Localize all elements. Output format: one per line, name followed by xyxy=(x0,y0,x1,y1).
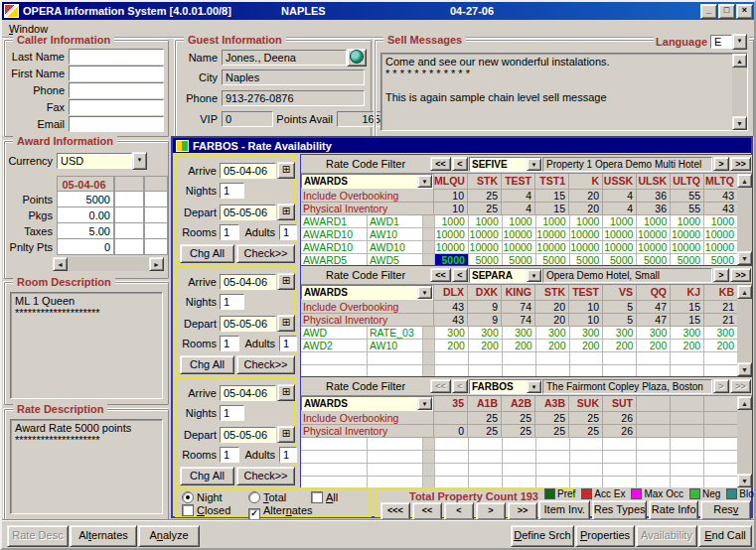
availability-cell[interactable] xyxy=(602,477,636,487)
nights-input[interactable] xyxy=(220,183,244,199)
availability-cell[interactable] xyxy=(670,451,703,464)
availability-cell[interactable]: 10000 xyxy=(670,228,703,241)
availability-cell[interactable]: 10000 xyxy=(434,228,468,241)
property-code-select[interactable]: SEFIVE▼ xyxy=(469,157,542,172)
depart-input[interactable] xyxy=(220,427,276,443)
page-prev-button[interactable]: < xyxy=(452,268,468,282)
last-name-input[interactable] xyxy=(69,49,164,65)
fax-input[interactable] xyxy=(69,99,164,115)
vertical-scrollbar[interactable]: ▲▼ xyxy=(737,396,752,487)
availability-cell[interactable]: 300 xyxy=(569,327,603,340)
availability-cell[interactable]: 10000 xyxy=(468,241,502,254)
rate-code-cell[interactable]: AWARD5 xyxy=(301,254,367,265)
dropdown-icon[interactable]: ▼ xyxy=(527,380,541,393)
availability-cell[interactable] xyxy=(535,352,569,365)
availability-cell[interactable] xyxy=(502,438,535,451)
availability-cell[interactable] xyxy=(670,438,703,451)
check-button[interactable]: Check>> xyxy=(236,467,295,485)
availability-cell[interactable] xyxy=(670,464,703,477)
availability-cell[interactable] xyxy=(502,451,535,464)
availability-cell[interactable] xyxy=(434,365,468,376)
availability-cell[interactable] xyxy=(602,365,636,376)
dropdown-icon[interactable]: ▼ xyxy=(417,286,432,299)
chg-all-button[interactable]: Chg All xyxy=(180,355,234,374)
room-code-cell[interactable]: AWD10 xyxy=(367,241,422,254)
phone-input[interactable] xyxy=(69,82,164,98)
availability-cell[interactable] xyxy=(670,365,703,376)
availability-cell[interactable] xyxy=(569,365,603,376)
dropdown-icon[interactable]: ▼ xyxy=(417,175,432,188)
availability-cell[interactable]: 300 xyxy=(636,327,670,340)
res-types-button[interactable]: Res Types xyxy=(592,500,646,520)
availability-cell[interactable]: 10000 xyxy=(535,228,569,241)
availability-cell[interactable]: 200 xyxy=(468,340,502,352)
availability-cell[interactable]: 300 xyxy=(535,327,569,340)
availability-cell[interactable]: 200 xyxy=(434,340,468,352)
scroll-down-icon[interactable]: ▼ xyxy=(737,251,752,265)
alternates-checkbox[interactable]: ✓ xyxy=(248,508,260,520)
dropdown-icon[interactable]: ▼ xyxy=(527,158,541,171)
globe-button[interactable] xyxy=(347,49,367,67)
page-next-button[interactable]: > xyxy=(713,268,729,282)
rate-info-button[interactable]: Rate Info xyxy=(649,500,699,520)
close-button[interactable]: × xyxy=(736,4,753,19)
availability-cell[interactable]: 300 xyxy=(468,327,502,340)
page-next-button[interactable]: > xyxy=(713,157,729,171)
availability-cell[interactable] xyxy=(703,365,737,376)
nav-next-button[interactable]: > xyxy=(476,502,506,520)
chg-all-button[interactable]: Chg All xyxy=(180,244,234,263)
availability-cell[interactable] xyxy=(434,438,468,451)
availability-cell[interactable]: 5000 xyxy=(434,254,468,265)
currency-dropdown-button[interactable]: ▼ xyxy=(132,152,147,170)
availability-cell[interactable]: 300 xyxy=(703,327,737,340)
guest-city-field[interactable] xyxy=(222,69,365,85)
night-radio[interactable] xyxy=(182,491,194,503)
scroll-left-icon[interactable]: ◄ xyxy=(53,257,68,271)
availability-cell[interactable] xyxy=(468,464,502,477)
page-last-button[interactable]: >> xyxy=(730,157,751,171)
availability-cell[interactable]: 1000 xyxy=(569,215,603,228)
availability-cell[interactable]: 10000 xyxy=(502,241,535,254)
availability-cell[interactable] xyxy=(535,451,569,464)
availability-cell[interactable] xyxy=(434,464,468,477)
availability-cell[interactable]: 10000 xyxy=(636,228,670,241)
nav-prev-button[interactable]: < xyxy=(444,502,474,520)
nights-input[interactable] xyxy=(220,405,244,421)
availability-cell[interactable] xyxy=(602,464,636,477)
minimize-button[interactable]: _ xyxy=(700,4,717,19)
adults-input[interactable] xyxy=(279,224,297,240)
rate-code-cell[interactable]: AWD xyxy=(301,327,367,340)
rate-code-cell[interactable]: AWARD10 xyxy=(301,228,367,241)
rate-code-cell[interactable]: AWD2 xyxy=(301,340,367,352)
availability-cell[interactable] xyxy=(636,352,670,365)
total-radio[interactable] xyxy=(248,491,260,503)
page-first-button[interactable]: << xyxy=(430,157,451,171)
availability-cell[interactable] xyxy=(502,477,535,487)
availability-cell[interactable]: 10000 xyxy=(636,241,670,254)
availability-cell[interactable] xyxy=(535,438,569,451)
calendar-icon[interactable]: ⊞ xyxy=(277,204,295,220)
calendar-icon[interactable]: ⊞ xyxy=(277,426,295,443)
availability-cell[interactable]: 300 xyxy=(602,327,636,340)
award-scrollbar[interactable]: ◄ ► xyxy=(53,257,164,271)
points-value[interactable]: 5000 xyxy=(57,192,114,207)
availability-cell[interactable]: 5000 xyxy=(636,254,670,265)
vip-field[interactable] xyxy=(222,111,273,127)
availability-cell[interactable] xyxy=(434,352,468,365)
scroll-up-icon[interactable]: ▲ xyxy=(732,54,747,68)
nav-fast-next-button[interactable]: >> xyxy=(508,502,537,520)
page-last-button[interactable]: >> xyxy=(730,268,751,282)
availability-cell[interactable] xyxy=(468,352,502,365)
scroll-up-icon[interactable]: ▲ xyxy=(737,174,752,188)
language-select[interactable]: E xyxy=(710,35,732,49)
scroll-down-icon[interactable]: ▼ xyxy=(737,362,752,376)
availability-cell[interactable] xyxy=(468,477,502,487)
nights-input[interactable] xyxy=(220,294,244,310)
arrive-input[interactable] xyxy=(220,163,276,179)
menu-window[interactable]: Window xyxy=(2,23,55,35)
availability-cell[interactable]: 10000 xyxy=(602,241,636,254)
availability-cell[interactable] xyxy=(569,352,603,365)
dropdown-icon[interactable]: ▼ xyxy=(527,269,541,282)
room-code-cell[interactable]: AWD1 xyxy=(367,215,422,228)
availability-cell[interactable]: 200 xyxy=(670,340,703,352)
